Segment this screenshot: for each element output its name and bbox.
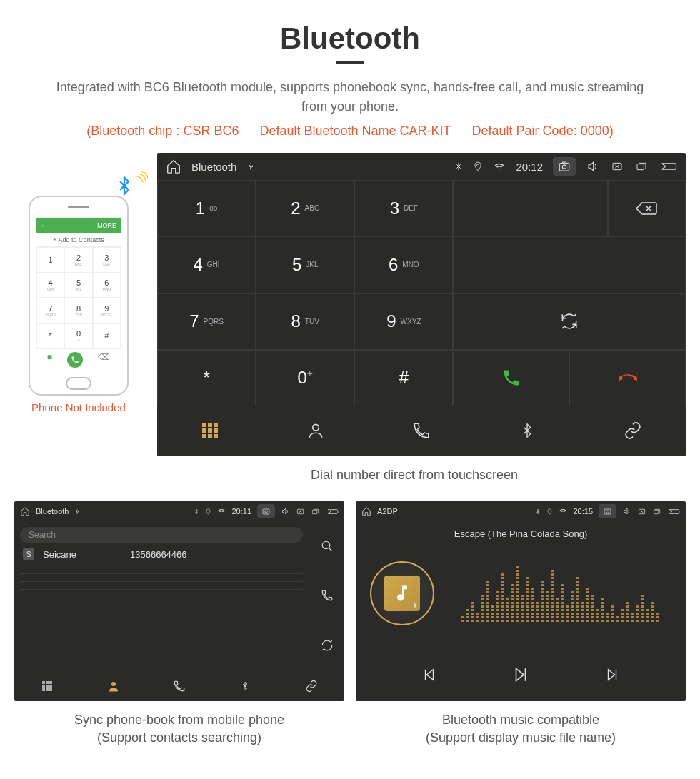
bluetooth-status-icon: [454, 161, 463, 172]
close-screen-icon[interactable]: [637, 508, 646, 516]
empty-cell: [453, 236, 686, 293]
back-icon[interactable]: [326, 508, 339, 516]
play-pause-button[interactable]: [511, 665, 530, 684]
phone-key-3: 3DEF: [93, 247, 121, 273]
volume-icon[interactable]: [622, 507, 631, 516]
dial-key-5[interactable]: 5JKL: [256, 236, 354, 293]
bluetooth-tab[interactable]: [474, 406, 580, 455]
link-tab[interactable]: [279, 670, 344, 701]
dial-key-9[interactable]: 9WXYZ: [354, 293, 453, 350]
search-input[interactable]: Search: [20, 527, 303, 543]
phone-key-*: *: [36, 323, 64, 349]
recent-apps-icon[interactable]: [634, 161, 649, 172]
call-button[interactable]: [453, 350, 569, 406]
number-display: [453, 180, 607, 236]
spec-code: Default Pair Code: 0000): [472, 124, 614, 138]
call-button[interactable]: [309, 571, 344, 620]
contacts-tab-active[interactable]: [80, 670, 146, 701]
bluetooth-status-icon: [194, 508, 199, 516]
keypad-tab[interactable]: [14, 670, 80, 701]
back-icon[interactable]: [667, 508, 680, 516]
bluetooth-tab[interactable]: [212, 670, 278, 701]
svg-rect-15: [654, 510, 658, 514]
equalizer-visualizer: [449, 565, 671, 622]
usb-icon: [74, 508, 80, 516]
screenshot-icon[interactable]: [257, 504, 275, 518]
music-note-icon: [384, 576, 420, 611]
home-icon[interactable]: [361, 506, 371, 516]
contact-row[interactable]: S Seicane 13566664466: [20, 543, 303, 566]
dial-key-1[interactable]: 1oo: [157, 180, 256, 236]
home-icon[interactable]: [20, 506, 30, 516]
svg-point-5: [313, 424, 319, 431]
phone-add-contacts: + Add to Contacts: [36, 233, 121, 247]
phone-key-1: 1: [36, 247, 64, 273]
dial-key-3[interactable]: 3DEF: [354, 180, 453, 236]
backspace-button[interactable]: [608, 180, 686, 236]
hangup-button[interactable]: [569, 350, 686, 406]
screenshot-icon[interactable]: [553, 157, 576, 176]
svg-point-11: [111, 682, 116, 686]
song-title: Escape (The Pina Colada Song): [356, 528, 686, 539]
link-tab[interactable]: [580, 406, 686, 455]
music-status-title: A2DP: [377, 507, 398, 516]
phone-key-2: 2ABC: [64, 247, 92, 273]
close-screen-icon[interactable]: [296, 508, 305, 516]
dial-key-2[interactable]: 2ABC: [256, 180, 354, 236]
close-screen-icon[interactable]: [610, 161, 624, 172]
svg-rect-12: [604, 509, 611, 514]
bluetooth-status-icon: [535, 508, 541, 516]
album-art: [370, 561, 434, 625]
dial-key-#[interactable]: #: [354, 350, 453, 406]
phone-key-6: 6MNO: [93, 273, 121, 298]
dialer-device: Bluetooth 20:12 1oo2ABC3DEF4GHI5JKL6MNO7…: [157, 153, 686, 456]
svg-point-2: [562, 165, 566, 169]
sync-button[interactable]: [453, 293, 686, 350]
phone-mockup: ← MORE + Add to Contacts 12ABC3DEF4GHI5J…: [29, 196, 129, 396]
title-underline: [336, 61, 364, 64]
volume-icon[interactable]: [586, 160, 600, 173]
bluetooth-signal-icon: [114, 176, 134, 196]
music-time: 20:15: [573, 507, 593, 516]
contact-number: 13566664466: [130, 549, 187, 560]
prev-track-button[interactable]: [421, 667, 437, 683]
next-track-button[interactable]: [604, 667, 620, 683]
phone-call-button: [67, 352, 83, 368]
keypad-tab[interactable]: [157, 406, 263, 455]
phone-back: ←: [41, 222, 47, 229]
svg-rect-4: [637, 164, 644, 170]
contacts-tab[interactable]: [263, 406, 369, 455]
call-log-tab[interactable]: [146, 670, 212, 701]
svg-point-10: [322, 541, 330, 549]
search-button[interactable]: [309, 521, 344, 571]
volume-icon[interactable]: [281, 507, 290, 516]
usb-icon: [246, 161, 255, 172]
contacts-device: Bluetooth 20:11 Search: [14, 501, 344, 701]
music-status-bar: A2DP 20:15: [356, 501, 686, 521]
dial-key-6[interactable]: 6MNO: [354, 236, 453, 293]
dial-key-0[interactable]: 0+: [256, 350, 354, 406]
dialer-caption: Dial number direct from touchscreen: [14, 466, 686, 484]
dial-key-*[interactable]: *: [157, 350, 256, 406]
dial-key-4[interactable]: 4GHI: [157, 236, 256, 293]
status-title: Bluetooth: [191, 161, 236, 173]
screenshot-icon[interactable]: [599, 504, 616, 518]
dial-key-7[interactable]: 7PQRS: [157, 293, 256, 350]
phone-not-included: Phone Not Included: [14, 401, 143, 413]
home-icon[interactable]: [166, 159, 181, 174]
contact-name: Seicane: [43, 549, 121, 560]
contacts-status-bar: Bluetooth 20:11: [14, 501, 344, 521]
recent-apps-icon[interactable]: [652, 508, 661, 516]
contact-badge: S: [23, 548, 34, 560]
location-icon: [546, 508, 553, 516]
sync-button[interactable]: [309, 620, 344, 670]
subtitle: Integrated with BC6 Bluetooth module, su…: [46, 78, 654, 116]
dial-key-8[interactable]: 8TUV: [256, 293, 354, 350]
call-log-tab[interactable]: [369, 406, 474, 455]
spec-line: (Bluetooth chip : CSR BC6 Default Blueto…: [14, 124, 686, 139]
phone-key-4: 4GHI: [36, 273, 64, 298]
location-icon: [205, 508, 211, 516]
recent-apps-icon[interactable]: [311, 508, 320, 516]
wifi-icon: [493, 161, 506, 171]
back-icon[interactable]: [659, 161, 677, 172]
